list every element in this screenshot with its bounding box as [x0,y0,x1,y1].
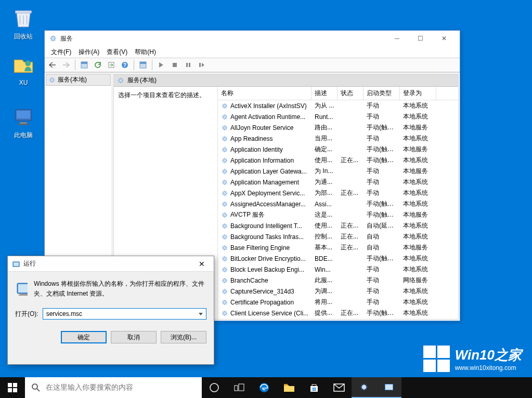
svg-rect-14 [186,63,188,67]
pause-button[interactable] [183,59,194,71]
service-row[interactable]: Client License Service (Cli...提供...正在...… [218,308,458,319]
export-button[interactable] [106,59,117,71]
run-close-button[interactable]: ✕ [194,256,210,272]
svg-rect-33 [313,390,314,391]
svg-rect-24 [13,388,17,392]
service-row[interactable]: Application Information使用...正在...手动(触发..… [218,155,458,166]
run-input[interactable]: services.msc [43,308,206,320]
menu-help[interactable]: 帮助(H) [132,47,159,58]
svg-rect-18 [14,262,19,266]
gear-icon [221,277,228,284]
service-row[interactable]: CaptureService_314d3为调...手动本地系统 [218,286,458,297]
gear-icon [221,201,228,208]
tree-item-services[interactable]: 服务(本地) [46,74,111,86]
maximize-button[interactable]: ☐ [409,31,432,46]
titlebar[interactable]: 服务 ─ ☐ ✕ [45,31,460,46]
cortana-icon[interactable] [202,377,227,398]
svg-rect-28 [239,384,244,391]
col-status[interactable]: 状态 [338,87,364,100]
gear-icon [221,146,228,153]
run-icon [12,260,20,268]
svg-rect-4 [20,122,27,124]
properties2-button[interactable] [137,59,149,71]
svg-rect-16 [199,63,201,67]
restart-button[interactable] [196,59,207,71]
forward-button[interactable] [60,59,72,71]
service-row[interactable]: AssignedAccessManager...Assi...手动(触发...本… [218,198,458,209]
service-row[interactable]: Base Filtering Engine基本...正在...自动本地服务 [218,242,458,253]
toolbar: ? [45,58,460,72]
mail-icon[interactable] [327,377,352,398]
menu-action[interactable]: 操作(A) [75,47,102,58]
run-browse-button[interactable]: 浏览(B)... [161,331,206,343]
search-icon [31,383,41,392]
col-logon[interactable]: 登录为 [400,87,436,100]
this-pc[interactable]: 此电脑 [5,104,42,140]
service-row[interactable]: Application Layer Gatewa...为 In...手动本地服务 [218,166,458,177]
col-startup[interactable]: 启动类型 [364,87,400,100]
search-box[interactable]: 在这里输入你要搜索的内容 [25,377,202,398]
start-button[interactable] [155,59,167,71]
folder-icon [11,52,36,77]
explorer-icon[interactable] [277,377,302,398]
run-open-label: 打开(O): [15,310,38,319]
gear-icon [221,222,228,230]
refresh-button[interactable] [92,59,103,71]
service-row[interactable]: Agent Activation Runtime...Runt...手动本地系统 [218,111,458,122]
svg-rect-15 [189,63,190,67]
service-row[interactable]: AllJoyn Router Service路由...手动(触发...本地服务 [218,122,458,133]
service-row[interactable]: BranchCache此服...手动网络服务 [218,275,458,286]
run-ok-button[interactable]: 确定 [61,331,107,343]
pc-icon [11,104,36,129]
detail-prompt: 选择一个项目来查看它的描述。 [118,91,205,99]
service-row[interactable]: Certificate Propagation将用...手动本地系统 [218,297,458,308]
services-list[interactable]: 名称 描述 状态 启动类型 登录为 ActiveX Installer (AxI… [218,87,458,319]
col-name[interactable]: 名称 [218,87,312,100]
gear-icon [221,266,228,273]
help-button[interactable]: ? [119,59,131,71]
service-row[interactable]: Background Tasks Infras...控制...正在...自动本地… [218,231,458,242]
run-cancel-button[interactable]: 取消 [111,331,157,343]
edge-icon[interactable] [252,377,277,398]
service-row[interactable]: Application Identity确定...手动(触发...本地服务 [218,144,458,155]
watermark: Win10之家 www.win10xitong.com [423,346,522,372]
recycle-bin[interactable]: 回收站 [5,5,42,41]
menu-view[interactable]: 查看(V) [103,47,131,58]
window-title: 服务 [60,34,385,43]
store-icon[interactable] [302,377,327,398]
back-button[interactable] [47,59,58,71]
svg-rect-32 [315,388,316,389]
user-folder-label: XU [19,79,28,86]
service-row[interactable]: Application Management为通...手动本地系统 [218,177,458,188]
col-desc[interactable]: 描述 [312,87,338,100]
svg-rect-12 [140,62,146,64]
run-titlebar[interactable]: 运行 ✕ [8,256,214,272]
taskbar-services-icon[interactable] [352,377,377,398]
stop-button[interactable] [169,59,180,71]
service-row[interactable]: App Readiness当用...手动本地系统 [218,133,458,144]
service-row[interactable]: ActiveX Installer (AxInstSV)为从 ...手动本地系统 [218,100,458,111]
svg-rect-21 [8,383,12,387]
recycle-bin-label: 回收站 [14,33,33,40]
service-row[interactable]: BitLocker Drive Encryptio...BDE...手动(触发.… [218,253,458,264]
gear-icon [221,233,228,241]
run-app-icon [15,279,28,297]
run-dialog: 运行 ✕ Windows 将根据你所输入的名称，为你打开相应的程序、文件夹、文档… [7,256,214,365]
service-row[interactable]: AppX Deployment Servic...为部...正在...手动本地系… [218,188,458,198]
svg-rect-37 [385,384,393,390]
menubar: 文件(F) 操作(A) 查看(V) 帮助(H) [45,46,460,58]
watermark-brand: Win10之家 [455,346,522,364]
taskbar-run-icon[interactable] [377,377,401,398]
service-row[interactable]: AVCTP 服务这是...手动(触发...本地服务 [218,209,458,220]
minimize-button[interactable]: ─ [385,31,409,46]
task-view-icon[interactable] [227,377,252,398]
service-row[interactable]: Background Intelligent T...使用...正在...自动(… [218,220,458,231]
menu-file[interactable]: 文件(F) [48,47,74,58]
close-button[interactable]: ✕ [432,31,456,46]
service-row[interactable]: Block Level Backup Engi...Win...手动本地系统 [218,264,458,275]
user-folder[interactable]: XU [5,52,42,86]
svg-rect-13 [173,63,177,67]
start-button[interactable] [0,377,25,398]
properties-button[interactable] [79,59,90,71]
svg-rect-27 [235,386,238,391]
